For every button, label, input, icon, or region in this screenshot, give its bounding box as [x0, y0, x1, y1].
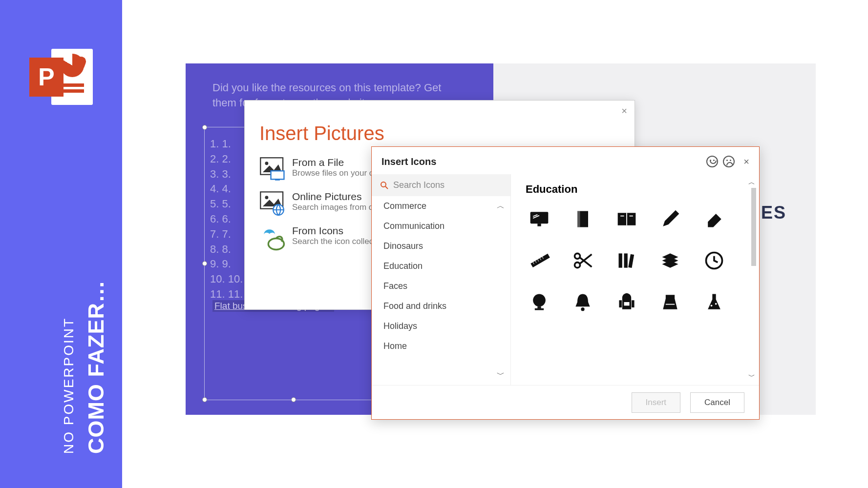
category-item[interactable]: Home — [372, 336, 510, 356]
list-item: 5. — [210, 197, 243, 212]
svg-point-8 — [381, 182, 386, 187]
svg-rect-11 — [537, 224, 541, 226]
close-icon[interactable]: × — [743, 156, 749, 167]
search-input[interactable]: Search Icons — [372, 174, 510, 196]
notebook-icon[interactable] — [570, 205, 596, 232]
insert-pictures-title: Insert Pictures — [259, 122, 635, 144]
svg-point-28 — [533, 294, 546, 306]
svg-point-34 — [711, 305, 713, 306]
feedback-sad-icon[interactable] — [723, 156, 735, 167]
beaker-icon[interactable] — [657, 288, 684, 315]
flask-icon[interactable] — [700, 288, 727, 315]
file-picture-icon — [259, 157, 286, 180]
option-title: From Icons — [292, 225, 373, 237]
category-item[interactable]: Faces — [372, 276, 510, 296]
svg-point-1 — [265, 162, 268, 165]
svg-rect-33 — [666, 304, 675, 305]
category-item[interactable]: Holidays — [372, 316, 510, 336]
option-desc: Search images from o — [292, 203, 373, 212]
svg-rect-25 — [624, 253, 627, 267]
option-title: Online Pictures — [292, 191, 373, 203]
scrollbar[interactable]: ︿ ﹀ — [750, 178, 757, 381]
powerpoint-logo: P — [29, 49, 93, 105]
svg-rect-29 — [537, 306, 541, 308]
resize-handle[interactable] — [202, 125, 207, 130]
list-item: 2. — [210, 152, 243, 167]
grid-heading: Education — [511, 174, 759, 201]
bell-icon[interactable] — [570, 288, 596, 315]
feedback-happy-icon[interactable] — [706, 156, 718, 167]
insert-button[interactable]: Insert — [632, 392, 681, 413]
slide-list: 1. 2. 3. 4. 5. 6. 7. 8. 9. 10. 11. — [210, 137, 243, 302]
chevron-up-icon[interactable]: ︿ — [497, 201, 505, 211]
books-icon[interactable] — [657, 247, 684, 274]
svg-rect-14 — [620, 215, 624, 216]
list-item: 8. — [210, 242, 243, 257]
svg-rect-3 — [275, 179, 280, 180]
list-item: 3. — [210, 167, 243, 182]
list-item: 1. — [210, 137, 243, 152]
promo-banner: P NO POWERPOINT COMO FAZER… — [0, 0, 122, 488]
category-sidebar: Search Icons ︿ Commerce Communication Di… — [372, 174, 511, 385]
resize-handle[interactable] — [291, 397, 296, 402]
category-item[interactable]: Communication — [372, 216, 510, 236]
banner-title: COMO FAZER… — [84, 280, 109, 454]
list-item: 7. — [210, 227, 243, 242]
chalkboard-icon[interactable] — [526, 205, 552, 232]
svg-point-31 — [581, 307, 584, 311]
open-book-icon[interactable] — [613, 205, 640, 232]
option-desc: Browse files on your c — [292, 168, 373, 178]
insert-icons-dialog: Insert Icons × Search Icons ︿ Commerce C… — [371, 146, 760, 420]
list-item: 9. — [210, 257, 243, 272]
icon-grid — [511, 201, 759, 385]
option-desc: Search the icon collec — [292, 237, 373, 246]
banner-subtitle: NO POWERPOINT — [61, 280, 77, 454]
category-item[interactable]: Commerce — [372, 196, 510, 216]
search-icon — [381, 182, 388, 189]
globe-icon[interactable] — [526, 288, 552, 315]
online-picture-icon — [259, 191, 286, 214]
eraser-icon[interactable] — [700, 205, 727, 232]
category-item[interactable]: Dinosaurs — [372, 236, 510, 256]
scroll-thumb[interactable] — [751, 188, 756, 266]
svg-rect-16 — [530, 253, 550, 267]
chevron-down-icon[interactable]: ﹀ — [497, 370, 505, 380]
svg-rect-26 — [628, 254, 634, 267]
svg-rect-13 — [577, 211, 580, 227]
svg-rect-2 — [271, 171, 284, 179]
svg-rect-24 — [618, 253, 622, 267]
list-item: 4. — [210, 182, 243, 197]
list-item: 6. — [210, 212, 243, 227]
option-title: From a File — [292, 157, 373, 168]
category-item[interactable]: Education — [372, 256, 510, 276]
from-icons-icon — [259, 225, 286, 248]
svg-rect-15 — [629, 215, 633, 216]
insert-icons-title: Insert Icons — [381, 156, 436, 167]
svg-point-5 — [265, 196, 268, 199]
chevron-down-icon[interactable]: ﹀ — [748, 372, 755, 381]
clock-icon[interactable] — [700, 247, 727, 274]
close-icon[interactable]: × — [621, 105, 627, 117]
svg-line-9 — [385, 186, 388, 189]
svg-point-35 — [715, 303, 717, 305]
ruler-icon[interactable] — [526, 247, 552, 274]
backpack-icon[interactable] — [613, 288, 640, 315]
search-placeholder: Search Icons — [393, 180, 445, 190]
book-stack-icon[interactable] — [613, 247, 640, 274]
svg-rect-32 — [624, 302, 629, 305]
list-item: 10. — [210, 272, 243, 287]
chevron-up-icon[interactable]: ︿ — [748, 178, 755, 187]
cancel-button[interactable]: Cancel — [690, 392, 744, 413]
svg-rect-30 — [534, 308, 543, 310]
resize-handle[interactable] — [202, 261, 207, 266]
scissors-icon[interactable] — [570, 247, 596, 274]
resize-handle[interactable] — [202, 397, 207, 402]
pencil-icon[interactable] — [657, 205, 684, 232]
category-item[interactable]: Food and drinks — [372, 296, 510, 316]
